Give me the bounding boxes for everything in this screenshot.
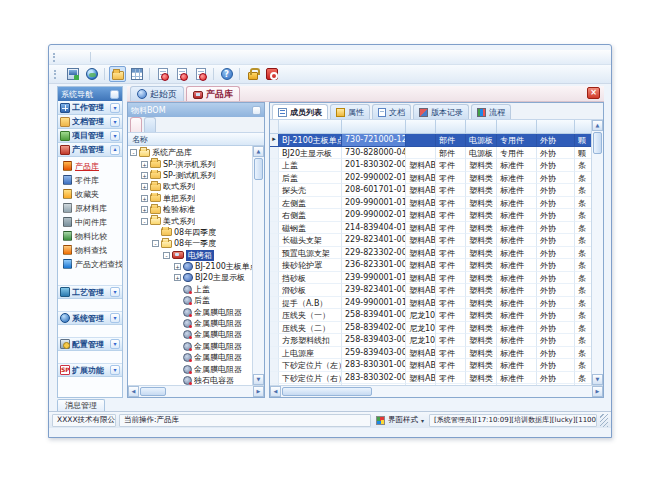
version-tab[interactable] <box>130 117 142 132</box>
column-header[interactable] <box>406 120 436 134</box>
help-icon[interactable] <box>218 66 235 82</box>
方形塑料线扣[interactable]: 方形塑料线扣 258-839403-00I 尼龙1010 零件 塑料类 标准件 … <box>270 334 591 347</box>
tree-expander[interactable]: + <box>174 274 181 281</box>
tree-node[interactable]: 金属膜电阻器 <box>128 341 252 352</box>
toolbar-button[interactable] <box>147 66 152 82</box>
左侧盖[interactable]: 左侧盖 209-990001-01I 塑料ABS 零件 塑料类 标准件 外协 条 <box>270 197 591 210</box>
tree-expander[interactable]: + <box>141 195 148 202</box>
sidebar-section[interactable]: 工作管理 ▾ <box>58 101 122 115</box>
上电源座[interactable]: 上电源座 259-839403-00I 塑料ABS 零件 塑料类 标准件 外协 … <box>270 347 591 360</box>
下砂定位片（左）[interactable]: 下砂定位片（左） 283-830301-00I 塑料ABS 零件 塑料类 标准件… <box>270 359 591 372</box>
tree-node[interactable]: 上盖 <box>128 284 252 295</box>
menu-item[interactable] <box>61 56 73 58</box>
chevron-down-icon[interactable]: ▾ <box>110 287 120 297</box>
提手（A.B）[interactable]: 提手（A.B） 249-990001-01I 塑料ABS 零件 塑料类 标准件 … <box>270 297 591 310</box>
滑砂板[interactable]: 滑砂板 239-823401-00I 塑料ABS 零件 塑料类 标准件 外协 条 <box>270 284 591 297</box>
tree-node[interactable]: + SP-测试机系列 <box>128 170 252 181</box>
tree-horizontal-scrollbar[interactable]: ◀ ▶ <box>128 385 264 397</box>
version-tab[interactable] <box>144 117 156 132</box>
column-header[interactable] <box>279 120 342 134</box>
member-tab[interactable]: 流程 <box>471 104 511 119</box>
document-tab[interactable]: 起始页 <box>130 86 184 101</box>
预置电源支架[interactable]: 预置电源支架 229-823302-00I 塑料ABS 零件 塑料类 标准件 外… <box>270 247 591 260</box>
tree-vertical-scrollbar[interactable]: ▲ ▼ <box>252 146 264 385</box>
member-tab[interactable]: 成员列表 <box>272 104 328 119</box>
toolbar-button[interactable] <box>211 66 216 82</box>
import-report-icon[interactable] <box>173 66 190 82</box>
online-globe-icon[interactable] <box>83 66 100 82</box>
exit-icon[interactable] <box>263 66 280 82</box>
挡砂板[interactable]: 挡砂板 239-990001-01I 塑料ABS 零件 塑料类 标准件 外协 条 <box>270 272 591 285</box>
scroll-left-icon[interactable]: ◀ <box>270 386 281 397</box>
member-tab[interactable]: 文档 <box>372 104 411 119</box>
chevron-down-icon[interactable]: ▾ <box>110 313 120 323</box>
tree-node[interactable]: + BJ-2100主板单点 <box>128 261 252 272</box>
tree-node[interactable]: 08年四季度 <box>128 227 252 238</box>
chevron-down-icon[interactable]: ▾ <box>110 145 120 155</box>
sidebar-item[interactable]: 物料查找 <box>58 243 122 257</box>
pin-icon[interactable] <box>110 90 119 99</box>
sidebar-section[interactable]: 文档管理 ▾ <box>58 115 122 129</box>
menu-item[interactable] <box>95 56 107 58</box>
tree-node[interactable]: - 美式系列 <box>128 215 252 226</box>
scroll-down-icon[interactable]: ▼ <box>592 374 603 385</box>
tree-expander[interactable]: - <box>141 218 148 225</box>
上盖[interactable]: 上盖 201-830302-00I 塑料ABS 零件 塑料类 标准件 外协 条 <box>270 159 591 172</box>
scroll-thumb[interactable] <box>140 387 166 396</box>
column-header[interactable] <box>537 120 575 134</box>
磁钢盖[interactable]: 磁钢盖 214-839404-01I 塑料ABS 零件 塑料类 标准件 外协 条 <box>270 222 591 235</box>
toolbar-button[interactable] <box>102 66 107 82</box>
column-header[interactable] <box>270 120 279 134</box>
scroll-thumb[interactable] <box>254 158 263 180</box>
data-table-icon[interactable] <box>128 66 145 82</box>
column-header[interactable] <box>342 120 406 134</box>
scroll-left-icon[interactable]: ◀ <box>128 386 139 397</box>
scroll-up-icon[interactable]: ▲ <box>253 146 264 157</box>
chevron-down-icon[interactable]: ▾ <box>110 103 120 113</box>
tree-node[interactable]: 金属膜电阻器 <box>128 306 252 317</box>
压线夹（二）[interactable]: 压线夹（二） 258-839402-00I 尼龙1010 零件 塑料类 标准件 … <box>270 322 591 335</box>
tree-node[interactable]: 金属膜电阻器 <box>128 329 252 340</box>
menubar-grip[interactable] <box>53 53 56 62</box>
scroll-right-icon[interactable]: ▶ <box>592 386 603 397</box>
table-vertical-scrollbar[interactable]: ▲ ▼ <box>591 120 603 385</box>
sidebar-section[interactable]: 系统管理 ▾ <box>58 311 122 325</box>
toolbar-grip[interactable] <box>54 70 57 79</box>
tree-node[interactable]: 金属膜电阻器 <box>128 352 252 363</box>
close-icon[interactable]: × <box>587 87 600 99</box>
探头壳[interactable]: 探头壳 208-601701-01I 塑料ABS 零件 塑料类 标准件 外协 条 <box>270 184 591 197</box>
tree-node[interactable]: 金属膜电阻器 <box>128 363 252 374</box>
tree-node[interactable]: + 欧式系列 <box>128 181 252 192</box>
chevron-down-icon[interactable]: ▾ <box>110 365 120 375</box>
长磁头支架[interactable]: 长磁头支架 229-823401-00I 塑料ABS 零件 塑料类 标准件 外协… <box>270 234 591 247</box>
menu-item[interactable] <box>90 52 91 62</box>
column-header[interactable] <box>575 120 591 134</box>
tree-expander[interactable]: + <box>141 183 148 190</box>
scroll-thumb[interactable] <box>593 132 602 154</box>
menu-item[interactable] <box>108 56 120 58</box>
压线夹（一）[interactable]: 压线夹（一） 258-839401-00I 尼龙1010 零件 塑料类 标准件 … <box>270 309 591 322</box>
print-report-icon[interactable] <box>192 66 209 82</box>
resize-grip[interactable] <box>600 414 608 427</box>
column-header[interactable] <box>436 120 466 134</box>
tree-node[interactable]: - 08年一季度 <box>128 238 252 249</box>
chevron-down-icon[interactable]: ▾ <box>110 339 120 349</box>
export-report-icon[interactable] <box>154 66 171 82</box>
tree-node[interactable]: 金属膜电阻器 <box>128 318 252 329</box>
document-tab[interactable]: 产品库 <box>186 86 240 101</box>
sidebar-item[interactable]: 零件库 <box>58 173 122 187</box>
接砂轮护罩[interactable]: 接砂轮护罩 236-823301-00I 塑料ABS 零件 塑料类 标准件 外协… <box>270 259 591 272</box>
sidebar-item[interactable]: 收藏夹 <box>58 187 122 201</box>
toolbar-button[interactable] <box>237 66 242 82</box>
lock-icon[interactable] <box>244 66 261 82</box>
tree-expander[interactable]: - <box>163 252 170 259</box>
sidebar-section[interactable]: 配置管理 ▾ <box>58 337 122 351</box>
BJ20主显示板[interactable]: BJ20主显示板 730-828000-04I 部件 电源板 专用件 外协 颗 <box>270 147 591 160</box>
sidebar-item[interactable]: 产品库 <box>58 159 122 173</box>
右侧盖[interactable]: 右侧盖 209-990002-01I 塑料ABS 零件 塑料类 标准件 外协 条 <box>270 209 591 222</box>
chevron-down-icon[interactable]: ▾ <box>110 131 120 141</box>
tree-node[interactable]: 独石电容器 <box>128 375 252 385</box>
chevron-down-icon[interactable]: ▾ <box>110 117 120 127</box>
下砂定位片（右）[interactable]: 下砂定位片（右） 283-830302-00I 塑料ABS 零件 塑料类 标准件… <box>270 372 591 385</box>
sidebar-item[interactable]: 产品文档查找 <box>58 257 122 271</box>
